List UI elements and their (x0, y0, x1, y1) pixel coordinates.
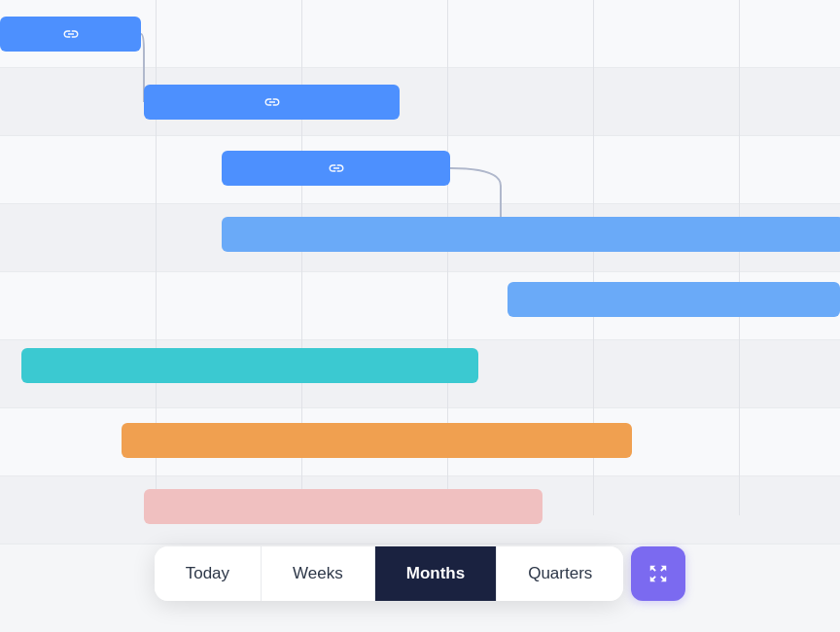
weeks-button[interactable]: Weeks (262, 546, 375, 601)
months-button[interactable]: Months (375, 546, 497, 601)
gantt-row (0, 68, 840, 136)
gantt-row (0, 0, 840, 68)
gantt-row (0, 204, 840, 272)
expand-button[interactable] (631, 546, 685, 601)
today-button[interactable]: Today (155, 546, 262, 601)
gantt-row (0, 272, 840, 340)
gantt-row (0, 340, 840, 408)
gantt-rows (0, 0, 840, 515)
gantt-container: Today Weeks Months Quarters (0, 0, 840, 632)
toolbar: Today Weeks Months Quarters (0, 515, 840, 632)
quarters-button[interactable]: Quarters (497, 546, 623, 601)
toolbar-inner: Today Weeks Months Quarters (155, 546, 624, 601)
gantt-row (0, 136, 840, 204)
expand-icon (648, 563, 669, 584)
gantt-row (0, 408, 840, 476)
